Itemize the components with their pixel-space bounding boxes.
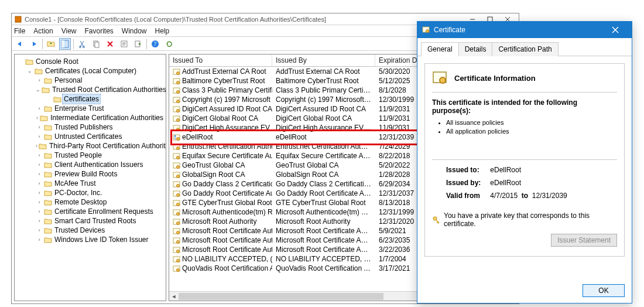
tree-certificates-local[interactable]: ⌄Certificates (Local Computer) [26, 66, 165, 76]
menu-window[interactable]: Window [122, 27, 147, 35]
issued-by-cell: Entrust.net Certification Authority... [272, 142, 375, 151]
issued-by-cell: Microsoft Root Certificate Authori... [272, 245, 375, 254]
certificate-icon [173, 209, 180, 216]
tree-item[interactable]: ›Remote Desktop [36, 197, 165, 207]
issued-to-value: eDellRoot [490, 166, 521, 174]
dialog-tabs[interactable]: GeneralDetailsCertification Path [417, 38, 632, 56]
navigation-tree[interactable]: Console Root⌄Certificates (Local Compute… [14, 54, 166, 301]
issued-to-cell: GTE CyberTrust Global Root [182, 199, 272, 207]
tree-item[interactable]: ›Trusted Publishers [36, 122, 165, 132]
up-button[interactable] [45, 38, 57, 50]
certificate-info-panel: Certificate Information This certificate… [424, 63, 625, 257]
tree-item[interactable]: ›Preview Build Roots [36, 169, 165, 179]
copy-button[interactable] [90, 38, 102, 50]
certificate-icon [432, 70, 448, 86]
issued-by-cell: DigiCert High Assurance EV Root ... [272, 124, 375, 132]
issued-to-cell: Copyright (c) 1997 Microsoft C... [182, 95, 272, 104]
key-icon [432, 216, 440, 224]
certificate-icon [173, 199, 180, 207]
menu-favorites[interactable]: Favorites [85, 27, 114, 35]
dialog-titlebar[interactable]: Certificate [417, 22, 632, 38]
issued-to-cell: NO LIABILITY ACCEPTED, (c)97 ... [182, 255, 272, 263]
tree-item[interactable]: ›Smart Card Trusted Roots [36, 216, 165, 226]
tree-item[interactable]: ⌄Trusted Root Certification Authorities [36, 85, 165, 94]
certificate-icon [173, 96, 180, 104]
back-button[interactable] [14, 38, 26, 50]
issued-by-cell: Copyright (c) 1997 Microsoft Corp. [272, 95, 375, 104]
certificate-icon [173, 115, 180, 122]
tree-item[interactable]: ›Trusted People [36, 151, 165, 160]
menu-action[interactable]: Action [33, 27, 53, 35]
dialog-title: Certificate [434, 26, 465, 34]
issued-to-cell: eDellRoot [182, 133, 213, 141]
dialog-close-button[interactable] [604, 22, 627, 38]
issued-by-cell: GTE CyberTrust Global Root [272, 199, 375, 207]
issued-to-cell: GlobalSign Root CA [182, 170, 245, 179]
issued-by-cell: Go Daddy Class 2 Certification Au... [272, 180, 375, 188]
certificate-icon [173, 162, 180, 169]
menu-file[interactable]: File [14, 27, 25, 35]
certificate-icon [173, 255, 180, 263]
purpose-intro: This certificate is intended for the fol… [432, 98, 617, 115]
issued-by-cell: AddTrust External CA Root [272, 67, 375, 76]
ok-button[interactable]: OK [583, 284, 625, 297]
tree-item[interactable]: ›Third-Party Root Certification Authorit… [36, 141, 165, 151]
tree-console-root[interactable]: Console Root [17, 57, 165, 66]
tree-item[interactable]: ›Client Authentication Issuers [36, 160, 165, 169]
issued-to-cell: Microsoft Authenticode(tm) Ro... [182, 208, 272, 216]
tab-details[interactable]: Details [458, 42, 493, 56]
svg-rect-12 [95, 42, 99, 47]
certificate-icon [173, 143, 180, 151]
help-button[interactable]: ? [149, 38, 161, 50]
menu-help[interactable]: Help [155, 27, 170, 35]
tree-item[interactable]: ›Windows Live ID Token Issuer [36, 235, 165, 244]
issued-to-cell: Baltimore CyberTrust Root [182, 77, 265, 85]
menu-view[interactable]: View [61, 27, 77, 35]
issued-to-cell: Entrust.net Certification Author... [182, 142, 272, 151]
show-tree-button[interactable] [59, 38, 71, 50]
export-button[interactable] [132, 38, 144, 50]
certificate-icon [173, 105, 180, 113]
tab-certification-path[interactable]: Certification Path [492, 42, 558, 56]
certificate-icon [173, 237, 180, 244]
certificate-icon [173, 180, 180, 188]
certificate-dialog: Certificate GeneralDetailsCertification … [417, 21, 632, 303]
tree-item[interactable]: ›Enterprise Trust [36, 104, 165, 113]
tree-item[interactable]: ›Trusted Devices [36, 226, 165, 235]
properties-button[interactable] [118, 38, 130, 50]
column-header[interactable]: Issued By [272, 54, 375, 66]
issued-to-cell: Class 3 Public Primary Certificat... [182, 86, 272, 94]
tab-general[interactable]: General [421, 42, 459, 56]
tree-item[interactable]: ›Intermediate Certification Authorities [36, 113, 165, 122]
scroll-thumb[interactable] [179, 293, 383, 300]
tree-item[interactable]: ›Certificate Enrollment Requests [36, 207, 165, 216]
private-key-note: You have a private key that corresponds … [444, 212, 617, 228]
issued-by-cell: NO LIABILITY ACCEPTED, (c)97 Ve... [272, 255, 375, 263]
delete-button[interactable] [104, 38, 116, 50]
scroll-left-button[interactable]: ◄ [169, 292, 179, 301]
refresh-button[interactable] [163, 38, 175, 50]
issued-to-cell: GeoTrust Global CA [182, 161, 245, 169]
cut-button[interactable] [76, 38, 88, 50]
issued-by-cell: eDellRoot [272, 133, 375, 141]
tree-item-certificates[interactable]: Certificates [45, 94, 165, 104]
issued-by-cell: Microsoft Root Authority [272, 217, 375, 226]
issued-to-cell: DigiCert High Assurance EV Ro... [182, 124, 272, 132]
window-title: Console1 - [Console Root\Certificates (L… [25, 16, 326, 23]
tree-item[interactable]: ›PC-Doctor, Inc. [36, 188, 165, 197]
forward-button[interactable] [28, 38, 40, 50]
column-header[interactable]: Issued To [169, 54, 272, 66]
issued-to-cell: Go Daddy Root Certificate Auth... [182, 189, 272, 197]
issued-to-cell: Microsoft Root Certificate Auth... [182, 227, 272, 235]
issued-by-cell: Class 3 Public Primary Certificatio... [272, 86, 375, 94]
certificate-icon [173, 218, 180, 226]
issued-to-cell: Microsoft Root Certificate Auth... [182, 236, 272, 244]
tree-item[interactable]: ›McAfee Trust [36, 179, 165, 188]
issued-by-cell: Go Daddy Root Certificate Author... [272, 189, 375, 197]
tree-item[interactable]: ›Untrusted Certificates [36, 132, 165, 141]
certificate-icon [173, 171, 180, 179]
issuer-statement-button[interactable]: Issuer Statement [551, 234, 617, 247]
tree-item[interactable]: ›Personal [36, 76, 165, 85]
issued-to-cell: QuoVadis Root Certification Au... [182, 264, 272, 272]
valid-from-label: Valid from [446, 192, 488, 200]
